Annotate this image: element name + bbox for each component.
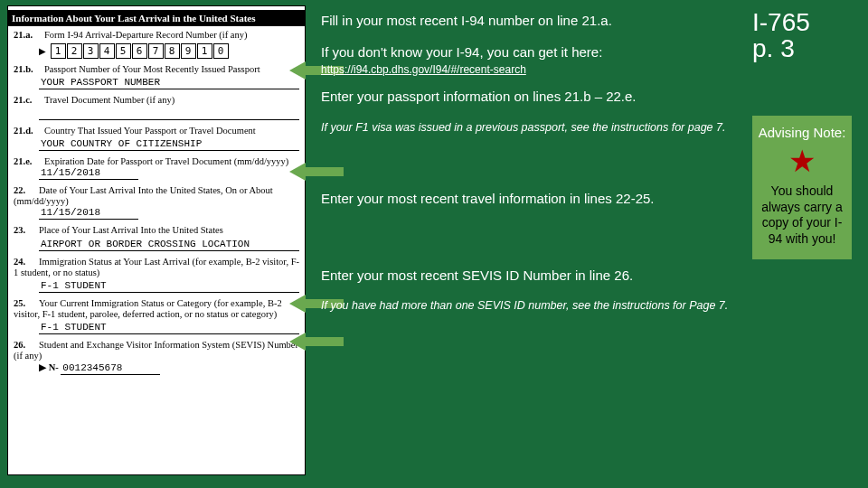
instruction-2: If you don't know your I-94, you can get…	[321, 44, 737, 76]
instruction-note-1: If your F1 visa was issued in a previous…	[321, 121, 737, 135]
page-title: I-765 p. 3	[752, 9, 852, 62]
arrow-icon	[289, 334, 344, 349]
advising-note-title: Advising Note:	[758, 125, 846, 140]
instruction-3: Enter your passport information on lines…	[321, 89, 737, 104]
row-21d: 21.d.Country That Issued Your Passport o…	[14, 126, 299, 151]
instruction-note-2: If you have had more than one SEVIS ID n…	[321, 299, 737, 313]
row-24: 24.Immigration Status at Your Last Arriv…	[14, 257, 299, 293]
i94-boxes: ▶ 12345678910	[39, 43, 299, 59]
row-26: 26.Student and Exchange Visitor Informat…	[14, 340, 299, 375]
advising-note-panel: Advising Note: ★ You should always carry…	[752, 116, 852, 259]
instruction-1: Fill in your most recent I-94 number on …	[321, 13, 737, 28]
row-21c: 21.c.Travel Document Number (if any)	[14, 95, 299, 120]
instruction-5: Enter your most recent SEVIS ID Number i…	[321, 267, 737, 283]
row-22: 22.Date of Your Last Arrival Into the Un…	[14, 185, 299, 220]
instruction-4: Enter your most recent travel informatio…	[321, 191, 737, 206]
star-icon: ★	[758, 145, 846, 176]
i94-link[interactable]: https://i94.cbp.dhs.gov/I94/#/recent-sea…	[321, 63, 526, 76]
instruction-column: Fill in your most recent I-94 number on …	[321, 13, 737, 333]
row-25: 25.Your Current Immigration Status or Ca…	[14, 298, 299, 334]
row-21b: 21.b.Passport Number of Your Most Recent…	[14, 64, 299, 89]
row-23: 23.Place of Your Last Arrival Into the U…	[14, 225, 299, 250]
form-section-header: Information About Your Last Arrival in t…	[8, 10, 305, 26]
row-21e: 21.e.Expiration Date for Passport or Tra…	[14, 156, 299, 180]
row-21a: 21.a.Form I-94 Arrival-Departure Record …	[14, 30, 299, 59]
form-excerpt: Information About Your Last Arrival in t…	[7, 5, 306, 475]
advising-note-body: You should always carry a copy of your I…	[758, 183, 846, 247]
